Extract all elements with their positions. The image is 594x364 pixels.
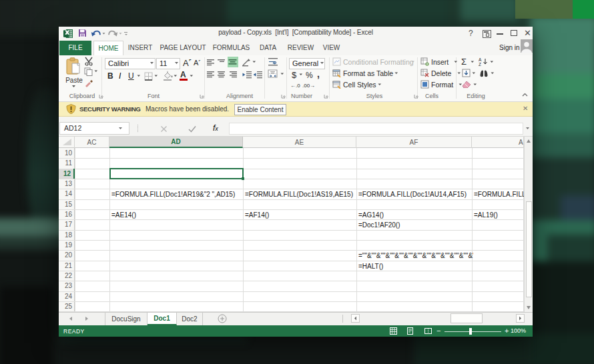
svg-text:Z: Z bbox=[479, 62, 481, 66]
svg-text:A: A bbox=[479, 57, 482, 62]
